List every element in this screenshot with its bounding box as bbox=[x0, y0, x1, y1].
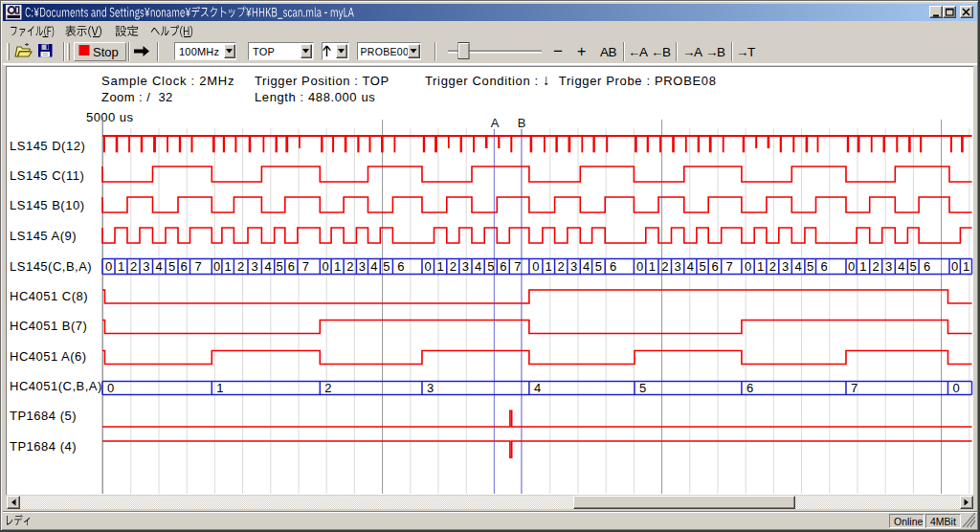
svg-text:7: 7 bbox=[726, 259, 733, 274]
svg-text:2: 2 bbox=[346, 259, 353, 274]
svg-text:7: 7 bbox=[851, 381, 858, 395]
svg-text:0: 0 bbox=[953, 381, 960, 395]
svg-text:5: 5 bbox=[595, 259, 602, 274]
svg-text:2: 2 bbox=[873, 259, 880, 274]
svg-text:5: 5 bbox=[277, 259, 283, 274]
svg-text:0: 0 bbox=[425, 259, 432, 274]
svg-text:2: 2 bbox=[130, 259, 137, 274]
svg-text:5: 5 bbox=[807, 259, 813, 274]
svg-text:6: 6 bbox=[820, 259, 827, 274]
svg-text:1: 1 bbox=[963, 259, 969, 274]
svg-text:3: 3 bbox=[570, 259, 577, 274]
svg-text:3: 3 bbox=[782, 259, 789, 274]
svg-text:0: 0 bbox=[323, 259, 329, 274]
svg-text:3: 3 bbox=[674, 259, 680, 274]
svg-text:1: 1 bbox=[546, 259, 552, 274]
svg-text:3: 3 bbox=[885, 259, 892, 274]
svg-text:7: 7 bbox=[302, 259, 309, 274]
svg-text:0: 0 bbox=[105, 259, 112, 274]
svg-text:0: 0 bbox=[636, 259, 643, 274]
svg-text:B: B bbox=[518, 116, 526, 130]
svg-text:1: 1 bbox=[225, 259, 232, 274]
svg-text:1: 1 bbox=[436, 259, 443, 274]
svg-text:5: 5 bbox=[383, 259, 390, 274]
svg-text:7: 7 bbox=[514, 259, 521, 274]
svg-text:4: 4 bbox=[794, 259, 801, 274]
svg-text:3: 3 bbox=[427, 381, 434, 395]
svg-text:2: 2 bbox=[558, 259, 565, 274]
svg-text:4: 4 bbox=[264, 259, 271, 274]
svg-text:5: 5 bbox=[639, 381, 646, 395]
svg-text:2: 2 bbox=[324, 381, 331, 395]
svg-text:4: 4 bbox=[475, 259, 481, 274]
svg-text:7: 7 bbox=[194, 259, 201, 274]
svg-text:6: 6 bbox=[746, 381, 753, 395]
svg-text:0: 0 bbox=[951, 259, 958, 274]
svg-text:0: 0 bbox=[848, 259, 855, 274]
svg-text:3: 3 bbox=[462, 259, 469, 274]
svg-text:3: 3 bbox=[143, 259, 149, 274]
svg-text:4: 4 bbox=[370, 259, 377, 274]
svg-text:2: 2 bbox=[450, 259, 457, 274]
svg-text:2: 2 bbox=[237, 259, 244, 274]
svg-text:3: 3 bbox=[252, 259, 258, 274]
svg-text:2: 2 bbox=[769, 259, 776, 274]
svg-text:6: 6 bbox=[500, 259, 506, 274]
svg-text:6: 6 bbox=[288, 259, 295, 274]
svg-text:6: 6 bbox=[397, 259, 404, 274]
svg-text:3: 3 bbox=[359, 259, 366, 274]
svg-text:1: 1 bbox=[118, 259, 124, 274]
svg-text:4: 4 bbox=[687, 259, 694, 274]
svg-text:1: 1 bbox=[757, 259, 764, 274]
svg-text:5: 5 bbox=[699, 259, 705, 274]
svg-text:0: 0 bbox=[532, 259, 539, 274]
svg-text:4: 4 bbox=[583, 259, 590, 274]
svg-text:6: 6 bbox=[924, 259, 930, 274]
svg-text:0: 0 bbox=[745, 259, 751, 274]
svg-text:A: A bbox=[491, 116, 500, 130]
svg-text:6: 6 bbox=[610, 259, 616, 274]
svg-text:0: 0 bbox=[107, 381, 114, 395]
svg-text:6: 6 bbox=[711, 259, 718, 274]
svg-text:4: 4 bbox=[156, 259, 163, 274]
svg-text:6: 6 bbox=[181, 259, 188, 274]
svg-text:1: 1 bbox=[859, 259, 866, 274]
svg-text:2: 2 bbox=[661, 259, 668, 274]
svg-text:1: 1 bbox=[334, 259, 341, 274]
svg-text:5: 5 bbox=[487, 259, 494, 274]
svg-text:4: 4 bbox=[534, 381, 541, 395]
svg-text:5: 5 bbox=[910, 259, 917, 274]
svg-text:1: 1 bbox=[216, 381, 223, 395]
svg-text:4: 4 bbox=[898, 259, 904, 274]
svg-text:5: 5 bbox=[168, 259, 175, 274]
svg-text:1: 1 bbox=[649, 259, 656, 274]
svg-text:0: 0 bbox=[213, 259, 220, 274]
